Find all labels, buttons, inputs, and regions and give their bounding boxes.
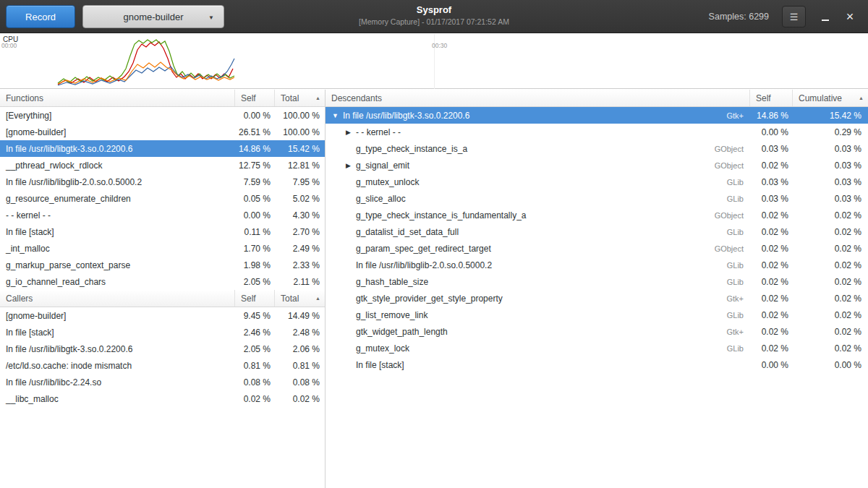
app-title: Sysprof	[217, 4, 651, 16]
tree-row-name-cell: g_mutex_unlockGLib	[326, 177, 750, 187]
table-row[interactable]: [Everything]0.00 %100.00 %	[0, 107, 325, 124]
table-row[interactable]: g_io_channel_read_chars2.05 %2.11 %	[0, 273, 325, 290]
tree-row[interactable]: g_type_check_instance_is_fundamentally_a…	[326, 207, 868, 223]
total-percent: 7.95 %	[275, 177, 325, 187]
table-row[interactable]: __pthread_rwlock_rdlock12.75 %12.81 %	[0, 157, 325, 174]
table-row[interactable]: In file /usr/lib/libc-2.24.so0.08 %0.08 …	[0, 374, 325, 390]
tree-row[interactable]: g_mutex_unlockGLib0.03 %0.03 %	[326, 174, 868, 190]
table-row[interactable]: In file /usr/lib/libgtk-3.so.0.2200.62.0…	[0, 341, 325, 357]
self-percent: 0.02 %	[750, 327, 793, 337]
function-name: In file /usr/lib/libglib-2.0.so.0.5000.2	[356, 260, 492, 270]
function-name: - - kernel - -	[356, 127, 401, 137]
table-row[interactable]: In file [stack]2.46 %2.48 %	[0, 324, 325, 341]
expander-icon[interactable]: ▶	[344, 129, 352, 136]
tree-row[interactable]: g_type_check_instance_is_aGObject0.03 %0…	[326, 140, 868, 157]
function-name: g_param_spec_get_redirect_target	[356, 244, 491, 254]
tree-row[interactable]: In file /usr/lib/libglib-2.0.so.0.5000.2…	[326, 257, 868, 273]
target-selector-dropdown[interactable]: gnome-builder ▼	[82, 5, 224, 28]
cumulative-percent: 0.02 %	[793, 244, 868, 254]
tree-row[interactable]: g_slice_allocGLib0.03 %0.03 %	[326, 190, 868, 207]
column-header-total[interactable]: Total ▲	[275, 90, 325, 106]
table-row[interactable]: - - kernel - -0.00 %4.30 %	[0, 207, 325, 223]
cumulative-percent: 0.02 %	[793, 227, 868, 237]
record-button[interactable]: Record	[6, 5, 75, 28]
time-tick-mid: 00:30	[432, 42, 447, 49]
close-button[interactable]: ×	[841, 6, 859, 27]
function-name: __pthread_rwlock_rdlock	[0, 160, 235, 171]
cumulative-percent: 0.02 %	[793, 260, 868, 270]
self-percent: 0.03 %	[750, 194, 793, 204]
function-name: g_mutex_lock	[356, 343, 409, 354]
self-percent: 0.02 %	[750, 277, 793, 287]
tree-row[interactable]: g_mutex_lockGLib0.02 %0.02 %	[326, 340, 868, 356]
total-percent: 2.33 %	[275, 260, 325, 270]
self-percent: 0.02 %	[750, 160, 793, 171]
cumulative-percent: 0.02 %	[793, 310, 868, 320]
column-header-descendants[interactable]: Descendants	[326, 90, 750, 106]
self-percent: 0.02 %	[750, 310, 793, 320]
table-row[interactable]: In file /usr/lib/libgtk-3.so.0.2200.614.…	[0, 140, 325, 157]
cumulative-percent: 0.02 %	[793, 343, 868, 354]
tree-row[interactable]: g_hash_table_sizeGLib0.02 %0.02 %	[326, 273, 868, 290]
column-header-label: Total	[281, 93, 299, 103]
cumulative-percent: 0.03 %	[793, 144, 868, 154]
tree-row[interactable]: g_list_remove_linkGLib0.02 %0.02 %	[326, 307, 868, 323]
column-header-self[interactable]: Self	[235, 90, 275, 106]
self-percent: 1.98 %	[235, 260, 275, 270]
self-percent: 0.02 %	[750, 343, 793, 354]
function-name: gtk_style_provider_get_style_property	[356, 294, 503, 304]
column-header-self[interactable]: Self	[235, 290, 275, 307]
self-percent: 0.00 %	[750, 360, 793, 370]
tree-row[interactable]: gtk_widget_path_lengthGtk+0.02 %0.02 %	[326, 323, 868, 340]
column-header-cumulative[interactable]: Cumulative ▲	[793, 90, 868, 106]
table-row[interactable]: In file [stack]0.11 %2.70 %	[0, 223, 325, 240]
function-name: [gnome-builder]	[0, 311, 235, 321]
self-percent: 0.11 %	[235, 227, 275, 237]
total-percent: 2.70 %	[275, 227, 325, 237]
expander-icon[interactable]: ▼	[331, 112, 339, 119]
column-header-label: Self	[241, 294, 256, 304]
expander-icon[interactable]: ▶	[344, 162, 352, 169]
tree-row[interactable]: ▶- - kernel - -0.00 %0.29 %	[326, 124, 868, 140]
close-icon: ×	[846, 9, 854, 25]
function-name: g_markup_parse_context_parse	[0, 260, 235, 270]
column-header-callers[interactable]: Callers	[0, 290, 235, 307]
header-right-cluster: Samples: 6299 ☰ ×	[709, 0, 859, 33]
tree-row[interactable]: g_datalist_id_set_data_fullGLib0.02 %0.0…	[326, 223, 868, 240]
table-row[interactable]: [gnome-builder]9.45 %14.49 %	[0, 307, 325, 324]
tree-row[interactable]: ▼In file /usr/lib/libgtk-3.so.0.2200.6Gt…	[326, 107, 868, 124]
self-percent: 0.81 %	[235, 361, 275, 371]
function-name: In file /usr/lib/libc-2.24.so	[0, 377, 235, 388]
self-percent: 2.05 %	[235, 344, 275, 354]
table-row[interactable]: _int_malloc1.70 %2.49 %	[0, 240, 325, 257]
table-row[interactable]: /etc/ld.so.cache: inode mismatch0.81 %0.…	[0, 357, 325, 374]
function-name: g_type_check_instance_is_fundamentally_a	[356, 210, 527, 221]
total-percent: 14.49 %	[275, 311, 325, 321]
cumulative-percent: 0.03 %	[793, 177, 868, 187]
minimize-button[interactable]	[816, 6, 835, 27]
column-header-total[interactable]: Total ▲	[275, 290, 325, 307]
table-row[interactable]: __libc_malloc0.02 %0.02 %	[0, 390, 325, 407]
self-percent: 0.00 %	[235, 210, 275, 221]
sort-indicator-icon: ▲	[859, 95, 864, 100]
cpu-green-line	[58, 40, 234, 83]
menu-button[interactable]: ☰	[782, 6, 806, 27]
capture-subtitle: [Memory Capture] - 01/17/2017 07:21:52 A…	[217, 17, 651, 26]
function-name: g_datalist_id_set_data_full	[356, 227, 459, 237]
left-panel: Functions Self Total ▲ [Everything]0.00 …	[0, 90, 326, 488]
function-name: gtk_widget_path_length	[356, 327, 448, 337]
tree-row[interactable]: gtk_style_provider_get_style_propertyGtk…	[326, 290, 868, 307]
tree-row[interactable]: g_param_spec_get_redirect_targetGObject0…	[326, 240, 868, 257]
self-percent: 14.86 %	[750, 111, 793, 121]
cpu-timeline-graph[interactable]: CPU 00:00 00:30	[0, 34, 868, 89]
tree-row[interactable]: In file [stack]0.00 %0.00 %	[326, 356, 868, 373]
table-row[interactable]: g_markup_parse_context_parse1.98 %2.33 %	[0, 257, 325, 273]
tree-row[interactable]: ▶g_signal_emitGObject0.02 %0.03 %	[326, 157, 868, 174]
category-label: GObject	[707, 244, 744, 253]
column-header-label: Descendants	[331, 93, 382, 103]
table-row[interactable]: g_resource_enumerate_children0.05 %5.02 …	[0, 190, 325, 207]
column-header-functions[interactable]: Functions	[0, 90, 235, 106]
table-row[interactable]: [gnome-builder]26.51 %100.00 %	[0, 124, 325, 140]
column-header-self[interactable]: Self	[750, 90, 793, 106]
table-row[interactable]: In file /usr/lib/libglib-2.0.so.0.5000.2…	[0, 174, 325, 190]
